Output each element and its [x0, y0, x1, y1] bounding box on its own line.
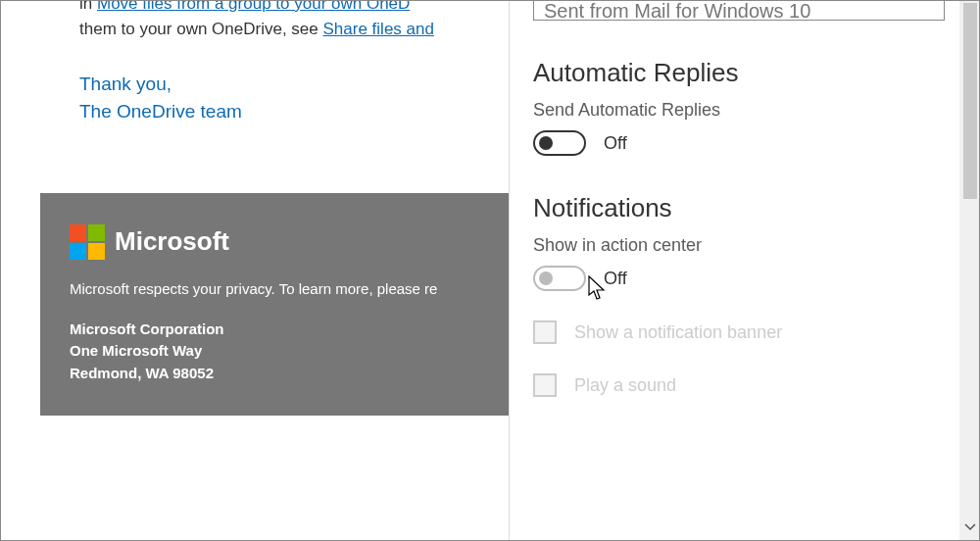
chevron-down-icon[interactable] [963, 520, 977, 534]
action-center-toggle[interactable] [533, 266, 586, 291]
signature-line: The OneDrive team [79, 98, 469, 125]
text-fragment: them to your own OneDrive, see [79, 20, 323, 38]
email-text-line: in Move files from a group to your own O… [79, 1, 469, 17]
notifications-heading: Notifications [533, 193, 950, 223]
microsoft-logo-icon [70, 224, 105, 260]
auto-replies-state: Off [604, 133, 627, 154]
notification-banner-checkbox[interactable] [533, 320, 557, 344]
scrollbar[interactable] [959, 1, 979, 540]
signature-line: Thank you, [79, 71, 469, 98]
email-signature: Thank you, The OneDrive team [79, 71, 469, 124]
microsoft-logo: Microsoft [70, 222, 479, 261]
address-line: Redmond, WA 98052 [70, 363, 479, 385]
email-content-pane: in Move files from a group to your own O… [1, 1, 509, 540]
email-footer: Microsoft Microsoft respects your privac… [40, 193, 509, 416]
action-center-label: Show in action center [533, 235, 950, 256]
email-text-line: them to your own OneDrive, see Share fil… [79, 17, 469, 42]
address-line: Microsoft Corporation [70, 319, 479, 341]
share-files-link[interactable]: Share files and [323, 20, 434, 38]
action-center-state: Off [604, 269, 627, 289]
automatic-replies-heading: Automatic Replies [533, 58, 950, 88]
microsoft-wordmark: Microsoft [115, 222, 229, 261]
settings-pane: Sent from Mail for Windows 10 Automatic … [509, 1, 979, 540]
text-fragment: in [79, 1, 97, 13]
privacy-text: Microsoft respects your privacy. To lear… [70, 278, 479, 301]
auto-replies-label: Send Automatic Replies [533, 100, 950, 121]
move-files-link[interactable]: Move files from a group to your own OneD [97, 1, 410, 13]
play-sound-label: Play a sound [574, 375, 676, 396]
signature-input[interactable]: Sent from Mail for Windows 10 [533, 1, 945, 21]
address-line: One Microsoft Way [70, 340, 479, 363]
scrollbar-thumb[interactable] [963, 3, 977, 199]
auto-replies-toggle[interactable] [533, 130, 586, 156]
notification-banner-label: Show a notification banner [574, 322, 782, 343]
play-sound-checkbox[interactable] [533, 373, 557, 397]
